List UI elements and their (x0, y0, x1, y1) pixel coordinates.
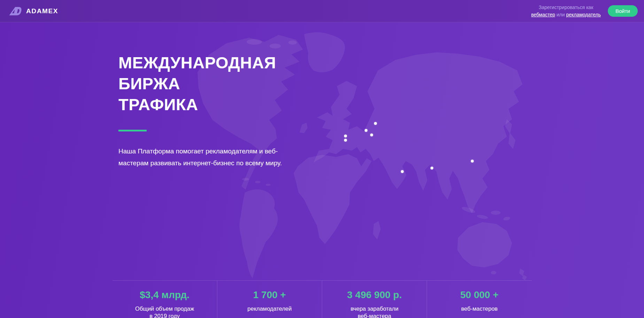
map-location-dot (370, 134, 373, 136)
stat-label: вчера заработали веб-мастера (322, 305, 427, 318)
stat-label-line: Общий объем продаж (112, 305, 217, 312)
stat-label: рекламодателей (217, 305, 322, 312)
page-title: МЕЖДУНАРОДНАЯ БИРЖА ТРАФИКА (118, 52, 300, 115)
stat-value: $3,4 млрд. (112, 289, 217, 301)
map-location-dot (344, 135, 347, 137)
landing-page: ADAMEX Зарегистрироваться как вебмастер … (0, 0, 644, 318)
adamex-logo[interactable]: ADAMEX (8, 6, 58, 16)
header: ADAMEX Зарегистрироваться как вебмастер … (0, 0, 644, 22)
subtitle-line-2: мастерам развивать интернет-бизнес по вс… (118, 157, 300, 169)
accent-divider (118, 130, 147, 131)
stat-label-line: веб-мастера (322, 312, 427, 318)
title-line-2: БИРЖА (118, 73, 300, 94)
stat-webmaster-earnings: 3 496 900 р. вчера заработали веб-мастер… (322, 281, 427, 318)
register-or-text: или (557, 12, 565, 17)
stat-label-line: веб-мастеров (427, 305, 532, 312)
stat-value: 1 700 + (217, 289, 322, 301)
stat-value: 3 496 900 р. (322, 289, 427, 301)
stat-label: веб-мастеров (427, 305, 532, 312)
stat-webmasters: 50 000 + веб-мастеров (427, 281, 532, 318)
header-right: Зарегистрироваться как вебмастер или рек… (531, 4, 638, 18)
title-line-1: МЕЖДУНАРОДНАЯ (118, 52, 300, 73)
login-button[interactable]: Войти (608, 5, 638, 17)
stats-strip: $3,4 млрд. Общий объем продаж в 2019 год… (112, 280, 532, 318)
map-location-dot (401, 170, 404, 173)
subtitle-line-1: Наша Платформа помогает рекламодателям и… (118, 145, 300, 157)
stat-label-line: в 2019 году (112, 312, 217, 318)
stat-label-line: рекламодателей (217, 305, 322, 312)
register-block: Зарегистрироваться как вебмастер или рек… (531, 4, 601, 18)
stat-label: Общий объем продаж в 2019 году (112, 305, 217, 318)
map-location-dot (365, 129, 367, 132)
stat-sales-volume: $3,4 млрд. Общий объем продаж в 2019 год… (112, 281, 217, 318)
title-line-3: ТРАФИКА (118, 94, 300, 115)
map-location-dot (430, 167, 433, 169)
stat-value: 50 000 + (427, 289, 532, 301)
register-advertiser-link[interactable]: рекламодатель (566, 12, 601, 17)
brand-name: ADAMEX (26, 7, 58, 15)
hero-content: МЕЖДУНАРОДНАЯ БИРЖА ТРАФИКА Наша Платфор… (118, 52, 300, 169)
hero-section: МЕЖДУНАРОДНАЯ БИРЖА ТРАФИКА Наша Платфор… (0, 22, 644, 318)
stat-advertisers: 1 700 + рекламодателей (217, 281, 322, 318)
map-location-dot (374, 122, 377, 125)
map-location-dot (344, 139, 347, 142)
register-webmaster-link[interactable]: вебмастер (531, 12, 555, 17)
hero-subtitle: Наша Платформа помогает рекламодателям и… (118, 145, 300, 169)
register-text: Зарегистрироваться как (539, 5, 593, 10)
adamex-logo-icon (8, 6, 22, 16)
map-location-dot (471, 160, 474, 162)
stat-label-line: вчера заработали (322, 305, 427, 312)
